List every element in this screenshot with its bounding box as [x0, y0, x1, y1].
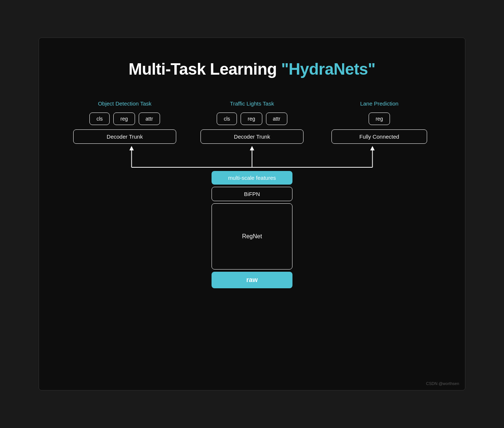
tasks-row: Object Detection Task cls reg attr Decod…: [61, 100, 443, 144]
task-label-traffic-lights: Traffic Lights Task: [230, 100, 274, 107]
slide-title: Multi-Task Learning "HydraNets": [129, 60, 376, 78]
svg-marker-6: [370, 146, 375, 150]
box-cls-od: cls: [89, 113, 110, 125]
diagram: Object Detection Task cls reg attr Decod…: [61, 100, 443, 288]
output-boxes-object-detection: cls reg attr: [89, 113, 160, 125]
box-attr-tl: attr: [266, 113, 287, 125]
fully-connected-lp: Fully Connected: [331, 129, 427, 144]
multi-scale-features-box: multi-scale features: [212, 171, 292, 185]
output-boxes-lane-prediction: reg: [369, 113, 390, 125]
task-object-detection: Object Detection Task cls reg attr Decod…: [61, 100, 188, 144]
svg-marker-4: [250, 146, 254, 150]
title-accent: "HydraNets": [281, 60, 375, 78]
decoder-trunk-tl: Decoder Trunk: [200, 129, 304, 144]
watermark: CSDN @worthsen: [426, 381, 459, 386]
output-boxes-traffic-lights: cls reg attr: [217, 113, 287, 125]
decoder-trunk-od: Decoder Trunk: [73, 129, 176, 144]
shared-backbone-group: multi-scale features BiFPN RegNet raw: [212, 171, 292, 288]
regnet-box: RegNet: [212, 203, 292, 270]
box-reg-lp: reg: [369, 113, 390, 125]
bifpn-box: BiFPN: [212, 187, 292, 201]
task-label-object-detection: Object Detection Task: [98, 100, 152, 107]
task-traffic-lights: Traffic Lights Task cls reg attr Decoder…: [188, 100, 316, 144]
raw-input-box: raw: [212, 272, 292, 288]
arrows-row: [61, 145, 443, 171]
task-label-lane-prediction: Lane Prediction: [360, 100, 398, 107]
arrows-svg: [61, 145, 443, 171]
box-cls-tl: cls: [217, 113, 237, 125]
box-attr-od: attr: [139, 113, 160, 125]
box-reg-od: reg: [113, 113, 135, 125]
title-prefix: Multi-Task Learning: [129, 60, 281, 78]
slide-container: Multi-Task Learning "HydraNets" Object D…: [39, 38, 465, 390]
box-reg-tl: reg: [241, 113, 262, 125]
task-lane-prediction: Lane Prediction reg Fully Connected: [316, 100, 443, 144]
svg-marker-2: [129, 146, 134, 150]
